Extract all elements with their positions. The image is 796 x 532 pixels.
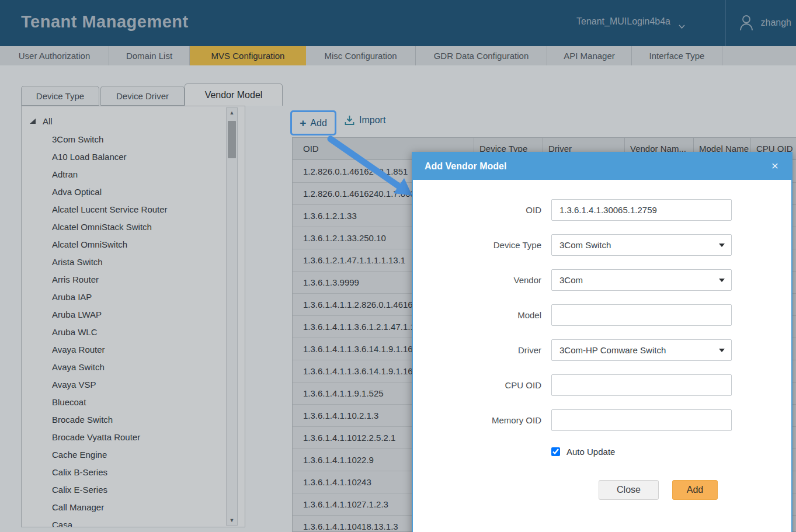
tree-item[interactable]: Aruba LWAP xyxy=(52,305,227,323)
oid-field[interactable] xyxy=(551,199,732,221)
cpu-oid-field[interactable] xyxy=(551,374,732,396)
field-row-model: Model xyxy=(413,304,791,326)
tab-user-authorization[interactable]: User Authorization xyxy=(0,46,109,65)
dialog-add-button[interactable]: Add xyxy=(672,480,718,500)
memory-oid-label: Memory OID xyxy=(413,409,541,431)
tree-item[interactable]: Alcatel Lucent Service Router xyxy=(52,200,227,218)
tenant-selector[interactable]: Tenant_MUILogin4b4a xyxy=(576,16,685,27)
tree-item[interactable]: Call Manager xyxy=(52,498,227,516)
tree-item[interactable]: Brocade Vyatta Router xyxy=(52,428,227,446)
tree-item[interactable]: Aruba WLC xyxy=(52,323,227,340)
add-button-highlight: + Add xyxy=(290,110,336,135)
tab-api-manager[interactable]: API Manager xyxy=(547,46,632,65)
cell-oid: 1.3.6.1.4.1.1.9.1.525 xyxy=(303,383,384,405)
close-icon[interactable]: × xyxy=(768,153,782,179)
tree-item[interactable]: Calix B-Series xyxy=(52,463,227,481)
add-vendor-model-dialog: Add Vendor Model × OIDDevice Type3Com Sw… xyxy=(412,152,792,532)
tree-item[interactable]: Alcatel OmniSwitch xyxy=(52,235,227,253)
app-root: Tenant Management Tenant_MUILogin4b4a zh… xyxy=(0,0,796,532)
tree-root-label: All xyxy=(43,116,53,126)
tenant-name: Tenant_MUILogin4b4a xyxy=(576,16,670,27)
device-type-dropdown[interactable]: 3Com Switch xyxy=(551,234,732,256)
cell-oid: 1.3.6.1.4.1.1.2.826.0.1.4616 xyxy=(303,294,413,316)
tree-item[interactable]: Adtran xyxy=(52,165,227,183)
subtab-device-type[interactable]: Device Type xyxy=(21,86,99,106)
auto-update-label: Auto Update xyxy=(566,447,615,457)
tree-scrollbar[interactable]: ▲ ▼ xyxy=(226,107,238,526)
cell-oid: 1.3.6.1.4.1.1.3.6.14.1.9.1.16 xyxy=(303,360,413,383)
dialog-title: Add Vendor Model xyxy=(425,153,506,180)
column-header-oid[interactable]: OID xyxy=(303,138,319,160)
field-row-oid: OID xyxy=(413,199,791,221)
field-row-driver: Driver3Com-HP Comware Switch xyxy=(413,339,791,361)
cell-oid: 1.3.6.1.2.1.47.1.1.1.1.13.1 xyxy=(303,249,405,272)
cell-oid: 1.3.6.1.4.1.10.2.1.3 xyxy=(303,405,378,427)
tree-item[interactable]: Adva Optical xyxy=(52,183,227,200)
tree-root-all[interactable]: All xyxy=(22,112,220,130)
scroll-up-icon[interactable]: ▲ xyxy=(227,108,237,117)
tab-misc-configuration[interactable]: Misc Configuration xyxy=(306,46,416,65)
page-title: Tenant Management xyxy=(21,12,189,32)
cell-oid: 1.3.6.1.4.1.1022.9 xyxy=(303,449,374,471)
cell-oid: 1.3.6.1.4.1.1.3.6.1.2.1.47.1.1 xyxy=(303,316,415,338)
cell-oid: 1.3.6.1.2.1.33.250.10 xyxy=(303,227,386,249)
tab-gdr-data-configuration[interactable]: GDR Data Configuration xyxy=(416,46,547,65)
auto-update-checkbox[interactable] xyxy=(551,447,560,456)
tree-item[interactable]: Cache Engine xyxy=(52,446,227,463)
cell-oid: 1.2.826.0.1.4616240.1.7.803 xyxy=(303,183,415,205)
tree-item[interactable]: Brocade Switch xyxy=(52,411,227,428)
tree-item[interactable]: Casa xyxy=(52,516,227,527)
cell-oid: 1.3.6.1.3.9999 xyxy=(303,272,359,294)
tree-item[interactable]: Avaya VSP xyxy=(52,375,227,393)
tree-item[interactable]: Bluecoat xyxy=(52,393,227,411)
field-row-vendor: Vendor3Com xyxy=(413,269,791,291)
driver-dropdown[interactable]: 3Com-HP Comware Switch xyxy=(551,339,732,361)
tab-domain-list[interactable]: Domain List xyxy=(109,46,190,65)
main-tab-bar: User AuthorizationDomain ListMVS Configu… xyxy=(0,46,796,65)
tree-item[interactable]: Avaya Router xyxy=(52,340,227,358)
dropdown-caret-icon xyxy=(719,244,725,247)
subtab-vendor-model[interactable]: Vendor Model xyxy=(185,84,283,106)
memory-oid-field[interactable] xyxy=(551,409,732,431)
tree-item[interactable]: 3Com Switch xyxy=(52,130,227,148)
field-row-cpu-oid: CPU OID xyxy=(413,374,791,396)
tree-item[interactable]: Avaya Switch xyxy=(52,358,227,375)
tab-interface-type[interactable]: Interface Type xyxy=(632,46,722,65)
model-label: Model xyxy=(413,304,541,326)
field-row-memory-oid: Memory OID xyxy=(413,409,791,431)
scroll-down-icon[interactable]: ▼ xyxy=(227,516,237,525)
driver-label: Driver xyxy=(413,339,541,361)
auto-update-row: Auto Update xyxy=(551,447,615,457)
field-row-device-type: Device Type3Com Switch xyxy=(413,234,791,256)
cpu-oid-label: CPU OID xyxy=(413,374,541,396)
tree-item[interactable]: Aruba IAP xyxy=(52,288,227,305)
subtab-device-driver[interactable]: Device Driver xyxy=(100,86,185,106)
tree-expand-icon[interactable] xyxy=(30,119,36,124)
chevron-down-icon xyxy=(679,20,685,25)
import-button[interactable]: Import xyxy=(345,115,385,126)
dropdown-caret-icon xyxy=(719,279,725,282)
close-button[interactable]: Close xyxy=(599,480,659,500)
tree-item[interactable]: Alcatel OmniStack Switch xyxy=(52,218,227,235)
header-divider xyxy=(725,0,726,46)
plus-icon: + xyxy=(300,119,306,128)
cell-oid: 1.3.6.1.4.1.10243 xyxy=(303,471,371,493)
user-menu[interactable]: zhangh xyxy=(739,14,792,32)
scrollbar-thumb[interactable] xyxy=(228,121,236,158)
cell-oid: 1.3.6.1.4.1.10418.13.1.3 xyxy=(303,516,398,532)
add-button-label: Add xyxy=(310,118,326,128)
import-button-label: Import xyxy=(359,115,385,126)
cell-oid: 1.3.6.1.4.1.1027.1.2.3 xyxy=(303,493,388,516)
cell-oid: 1.3.6.1.4.1.1012.2.5.2.1 xyxy=(303,427,395,449)
tree-item[interactable]: Calix E-Series xyxy=(52,481,227,498)
tab-mvs-configuration[interactable]: MVS Configuration xyxy=(190,46,306,65)
cell-oid: 1.3.6.1.2.1.33 xyxy=(303,205,357,227)
tree-item[interactable]: Arista Switch xyxy=(52,253,227,270)
vendor-dropdown[interactable]: 3Com xyxy=(551,269,732,291)
add-button[interactable]: + Add xyxy=(300,118,327,128)
device-type-tree: All 3Com SwitchA10 Load BalancerAdtranAd… xyxy=(21,106,245,527)
cell-oid: 1.2.826.0.1.4616240.1.851 xyxy=(303,161,408,183)
tree-item[interactable]: A10 Load Balancer xyxy=(52,148,227,165)
tree-item[interactable]: Arris Router xyxy=(52,270,227,288)
model-field[interactable] xyxy=(551,304,732,326)
